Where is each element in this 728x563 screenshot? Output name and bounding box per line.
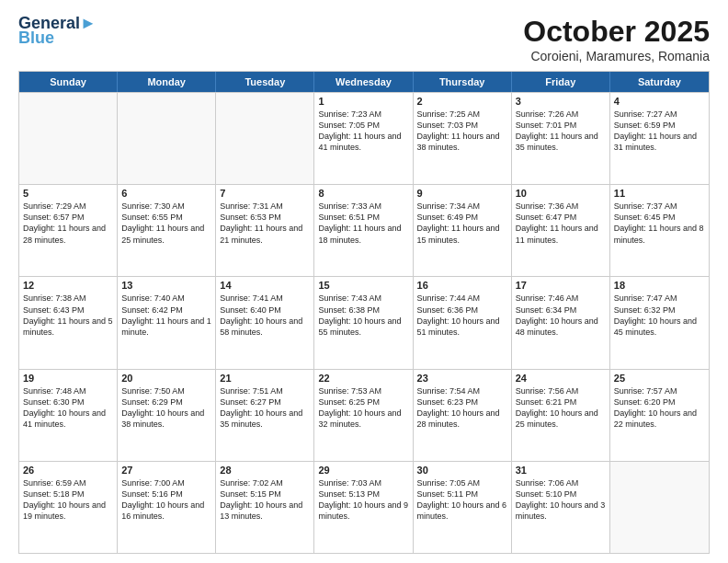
day-number: 23 [417,373,507,384]
header-monday: Monday [118,72,216,92]
calendar-cell: 4Sunrise: 7:27 AM Sunset: 6:59 PM Daylig… [610,93,709,184]
day-number: 15 [318,280,408,291]
day-info: Sunrise: 7:33 AM Sunset: 6:51 PM Dayligh… [318,201,408,246]
calendar-cell [19,93,118,184]
day-info: Sunrise: 7:00 AM Sunset: 5:16 PM Dayligh… [121,477,211,523]
calendar-cell: 7Sunrise: 7:31 AM Sunset: 6:53 PM Daylig… [216,185,314,276]
day-info: Sunrise: 7:54 AM Sunset: 6:23 PM Dayligh… [417,385,507,431]
day-info: Sunrise: 7:34 AM Sunset: 6:49 PM Dayligh… [417,201,507,246]
day-info: Sunrise: 7:56 AM Sunset: 6:21 PM Dayligh… [516,385,606,431]
calendar-cell: 30Sunrise: 7:05 AM Sunset: 5:11 PM Dayli… [414,462,512,553]
calendar-cell: 16Sunrise: 7:44 AM Sunset: 6:36 PM Dayli… [414,277,512,368]
calendar-cell: 29Sunrise: 7:03 AM Sunset: 5:13 PM Dayli… [314,462,413,553]
title-block: October 2025 Coroieni, Maramures, Romani… [523,15,710,63]
day-number: 2 [417,96,507,107]
calendar-cell: 5Sunrise: 7:29 AM Sunset: 6:57 PM Daylig… [19,185,118,276]
day-number: 21 [220,373,310,384]
day-info: Sunrise: 7:48 AM Sunset: 6:30 PM Dayligh… [23,385,113,431]
header-wednesday: Wednesday [314,72,413,92]
day-info: Sunrise: 7:53 AM Sunset: 6:25 PM Dayligh… [318,385,408,431]
day-number: 6 [121,188,211,199]
calendar-cell: 27Sunrise: 7:00 AM Sunset: 5:16 PM Dayli… [118,462,216,553]
day-number: 11 [614,188,705,199]
day-number: 14 [220,280,310,291]
day-info: Sunrise: 7:25 AM Sunset: 7:03 PM Dayligh… [417,109,507,154]
day-number: 9 [417,188,507,199]
day-info: Sunrise: 7:51 AM Sunset: 6:27 PM Dayligh… [220,385,310,431]
subtitle: Coroieni, Maramures, Romania [523,49,710,63]
day-info: Sunrise: 6:59 AM Sunset: 5:18 PM Dayligh… [23,477,113,523]
day-info: Sunrise: 7:31 AM Sunset: 6:53 PM Dayligh… [220,201,310,246]
calendar-cell: 26Sunrise: 6:59 AM Sunset: 5:18 PM Dayli… [19,462,118,553]
day-number: 13 [121,280,211,291]
day-number: 20 [121,373,211,384]
day-info: Sunrise: 7:46 AM Sunset: 6:34 PM Dayligh… [516,293,606,338]
day-info: Sunrise: 7:36 AM Sunset: 6:47 PM Dayligh… [516,201,606,246]
calendar-cell: 28Sunrise: 7:02 AM Sunset: 5:15 PM Dayli… [216,462,314,553]
calendar-cell: 31Sunrise: 7:06 AM Sunset: 5:10 PM Dayli… [512,462,610,553]
day-number: 16 [417,280,507,291]
calendar-cell [118,93,216,184]
calendar-row-0: 1Sunrise: 7:23 AM Sunset: 7:05 PM Daylig… [19,92,709,184]
day-info: Sunrise: 7:03 AM Sunset: 5:13 PM Dayligh… [318,477,408,523]
day-info: Sunrise: 7:44 AM Sunset: 6:36 PM Dayligh… [417,293,507,338]
logo: General► Blue [18,15,97,46]
logo-blue: Blue [18,29,54,46]
day-number: 5 [23,188,113,199]
calendar-cell [610,462,709,553]
day-number: 24 [516,373,606,384]
calendar-cell: 1Sunrise: 7:23 AM Sunset: 7:05 PM Daylig… [314,93,413,184]
day-info: Sunrise: 7:26 AM Sunset: 7:01 PM Dayligh… [516,109,606,154]
day-number: 7 [220,188,310,199]
day-info: Sunrise: 7:30 AM Sunset: 6:55 PM Dayligh… [121,201,211,246]
header-thursday: Thursday [414,72,512,92]
day-number: 1 [318,96,408,107]
day-number: 29 [318,465,408,476]
header-saturday: Saturday [610,72,709,92]
header-tuesday: Tuesday [216,72,314,92]
day-info: Sunrise: 7:43 AM Sunset: 6:38 PM Dayligh… [318,293,408,338]
calendar-cell: 9Sunrise: 7:34 AM Sunset: 6:49 PM Daylig… [414,185,512,276]
calendar-cell: 6Sunrise: 7:30 AM Sunset: 6:55 PM Daylig… [118,185,216,276]
header: General► Blue October 2025 Coroieni, Mar… [18,15,710,63]
calendar-cell: 3Sunrise: 7:26 AM Sunset: 7:01 PM Daylig… [512,93,610,184]
calendar-cell: 23Sunrise: 7:54 AM Sunset: 6:23 PM Dayli… [414,370,512,461]
day-number: 22 [318,373,408,384]
calendar-cell: 25Sunrise: 7:57 AM Sunset: 6:20 PM Dayli… [610,370,709,461]
calendar-row-4: 26Sunrise: 6:59 AM Sunset: 5:18 PM Dayli… [19,461,709,553]
calendar-cell: 21Sunrise: 7:51 AM Sunset: 6:27 PM Dayli… [216,370,314,461]
day-number: 12 [23,280,113,291]
day-info: Sunrise: 7:27 AM Sunset: 6:59 PM Dayligh… [614,109,705,154]
day-number: 10 [516,188,606,199]
day-number: 31 [516,465,606,476]
day-info: Sunrise: 7:23 AM Sunset: 7:05 PM Dayligh… [318,109,408,154]
day-info: Sunrise: 7:57 AM Sunset: 6:20 PM Dayligh… [614,385,705,431]
calendar-header: Sunday Monday Tuesday Wednesday Thursday… [19,72,709,92]
calendar-cell: 12Sunrise: 7:38 AM Sunset: 6:43 PM Dayli… [19,277,118,368]
day-info: Sunrise: 7:41 AM Sunset: 6:40 PM Dayligh… [220,293,310,338]
header-friday: Friday [512,72,610,92]
calendar-cell: 13Sunrise: 7:40 AM Sunset: 6:42 PM Dayli… [118,277,216,368]
calendar-cell: 19Sunrise: 7:48 AM Sunset: 6:30 PM Dayli… [19,370,118,461]
day-info: Sunrise: 7:29 AM Sunset: 6:57 PM Dayligh… [23,201,113,246]
day-number: 25 [614,373,705,384]
calendar-cell: 24Sunrise: 7:56 AM Sunset: 6:21 PM Dayli… [512,370,610,461]
calendar-body: 1Sunrise: 7:23 AM Sunset: 7:05 PM Daylig… [19,92,709,553]
day-number: 19 [23,373,113,384]
day-number: 30 [417,465,507,476]
calendar-row-2: 12Sunrise: 7:38 AM Sunset: 6:43 PM Dayli… [19,276,709,368]
day-info: Sunrise: 7:06 AM Sunset: 5:10 PM Dayligh… [516,477,606,523]
day-number: 18 [614,280,705,291]
calendar-cell: 2Sunrise: 7:25 AM Sunset: 7:03 PM Daylig… [414,93,512,184]
calendar-cell: 15Sunrise: 7:43 AM Sunset: 6:38 PM Dayli… [314,277,413,368]
calendar-cell: 8Sunrise: 7:33 AM Sunset: 6:51 PM Daylig… [314,185,413,276]
calendar-cell: 17Sunrise: 7:46 AM Sunset: 6:34 PM Dayli… [512,277,610,368]
day-number: 26 [23,465,113,476]
day-number: 4 [614,96,705,107]
calendar-row-1: 5Sunrise: 7:29 AM Sunset: 6:57 PM Daylig… [19,184,709,276]
day-info: Sunrise: 7:37 AM Sunset: 6:45 PM Dayligh… [614,201,705,246]
header-sunday: Sunday [19,72,118,92]
calendar-cell: 18Sunrise: 7:47 AM Sunset: 6:32 PM Dayli… [610,277,709,368]
month-title: October 2025 [523,15,710,49]
day-number: 27 [121,465,211,476]
